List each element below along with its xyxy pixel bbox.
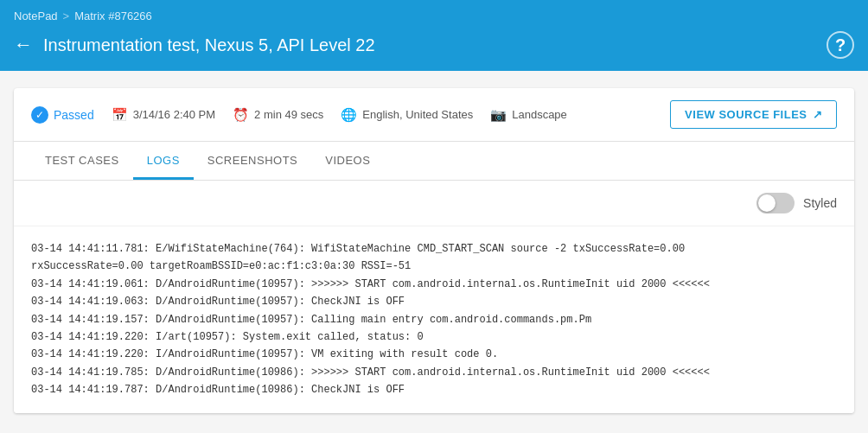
- log-line: 03-14 14:41:19.063: D/AndroidRuntime(109…: [31, 293, 837, 310]
- breadcrumb-item[interactable]: Matrix #876266: [74, 10, 152, 22]
- check-circle-icon: ✓: [31, 106, 48, 124]
- duration-value: 2 min 49 secs: [254, 108, 323, 121]
- log-line: 03-14 14:41:19.157: D/AndroidRuntime(109…: [31, 311, 837, 328]
- styled-label: Styled: [803, 196, 837, 210]
- toggle-knob: [758, 194, 775, 212]
- header-bar: ← Instrumentation test, Nexus 5, API Lev…: [0, 31, 868, 71]
- orientation-icon: 📷: [490, 107, 507, 123]
- back-button[interactable]: ←: [14, 35, 33, 54]
- external-link-icon: ↗: [813, 108, 823, 121]
- top-bar: NotePad > Matrix #876266: [0, 0, 868, 31]
- breadcrumb-app[interactable]: NotePad: [14, 10, 58, 22]
- locale-value: English, United States: [362, 108, 473, 121]
- log-line: 03-14 14:41:11.781: E/WifiStateMachine(7…: [31, 240, 837, 258]
- main-content: ✓ Passed 📅 3/14/16 2:40 PM ⏰ 2 min 49 se…: [0, 71, 868, 430]
- styled-toggle[interactable]: [756, 193, 795, 213]
- tab-screenshots[interactable]: SCREENSHOTS: [194, 142, 311, 180]
- calendar-icon: 📅: [112, 107, 128, 123]
- globe-icon: 🌐: [341, 107, 357, 123]
- log-line: 03-14 14:41:19.220: I/art(10957): System…: [31, 328, 837, 346]
- view-source-button[interactable]: VIEW SOURCE FILES ↗: [670, 100, 837, 129]
- tabs-bar: TEST CASES LOGS SCREENSHOTS VIDEOS: [14, 142, 854, 181]
- status-passed: ✓ Passed: [31, 106, 94, 124]
- log-line: 03-14 14:41:19.220: I/AndroidRuntime(109…: [31, 346, 837, 363]
- tab-test-cases[interactable]: TEST CASES: [31, 142, 133, 180]
- breadcrumb-separator: >: [63, 10, 70, 22]
- log-line: 03-14 14:41:19.785: D/AndroidRuntime(109…: [31, 364, 837, 381]
- log-line: 03-14 14:41:19.787: D/AndroidRuntime(109…: [31, 381, 837, 398]
- card-header: ✓ Passed 📅 3/14/16 2:40 PM ⏰ 2 min 49 se…: [14, 88, 854, 142]
- help-button[interactable]: ?: [827, 31, 854, 59]
- log-area: Styled 03-14 14:41:11.781: E/WifiStateMa…: [14, 181, 854, 413]
- log-line: 03-14 14:41:19.061: D/AndroidRuntime(109…: [31, 276, 837, 293]
- log-content: 03-14 14:41:11.781: E/WifiStateMachine(7…: [14, 226, 854, 413]
- orientation-value: Landscape: [512, 108, 567, 121]
- status-label: Passed: [54, 108, 94, 122]
- tab-logs[interactable]: LOGS: [133, 142, 194, 180]
- date-value: 3/14/16 2:40 PM: [133, 108, 215, 121]
- date-item: 📅 3/14/16 2:40 PM: [112, 107, 215, 123]
- meta-info: ✓ Passed 📅 3/14/16 2:40 PM ⏰ 2 min 49 se…: [31, 106, 567, 124]
- styled-toggle-row: Styled: [14, 181, 854, 226]
- breadcrumb: NotePad > Matrix #876266: [14, 10, 152, 22]
- tab-videos[interactable]: VIDEOS: [311, 142, 384, 180]
- page-title: Instrumentation test, Nexus 5, API Level…: [43, 35, 375, 55]
- header-left: ← Instrumentation test, Nexus 5, API Lev…: [14, 35, 375, 55]
- main-card: ✓ Passed 📅 3/14/16 2:40 PM ⏰ 2 min 49 se…: [14, 88, 854, 413]
- log-line: rxSuccessRate=0.00 targetRoamBSSID=e0:ac…: [31, 258, 837, 275]
- view-source-label: VIEW SOURCE FILES: [685, 108, 807, 121]
- clock-icon: ⏰: [233, 107, 249, 123]
- orientation-item: 📷 Landscape: [490, 107, 567, 123]
- duration-item: ⏰ 2 min 49 secs: [233, 107, 323, 123]
- locale-item: 🌐 English, United States: [341, 107, 473, 123]
